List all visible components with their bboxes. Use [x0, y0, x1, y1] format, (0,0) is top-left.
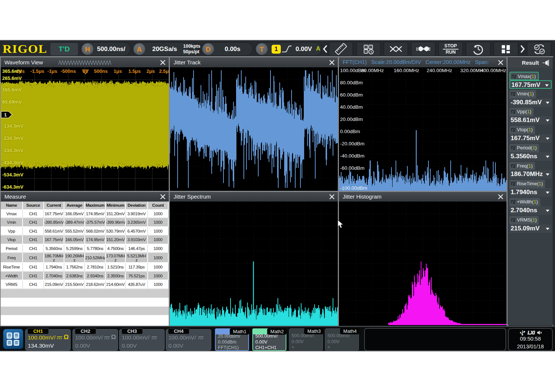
- svg-text:LXI: LXI: [528, 330, 535, 335]
- svg-text:1: 1: [4, 112, 7, 118]
